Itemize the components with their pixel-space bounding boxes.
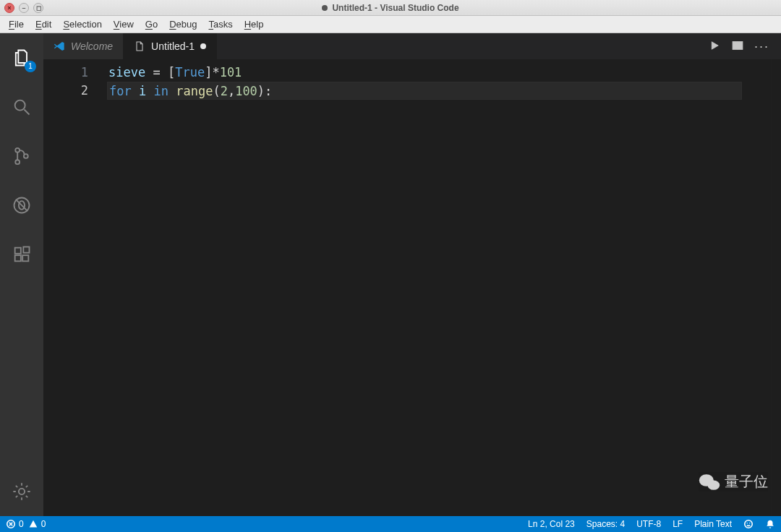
svg-point-0 (15, 100, 25, 111)
activity-bar: 1 (0, 33, 43, 516)
activity-explorer[interactable]: 1 (0, 40, 43, 75)
status-bar: 0 0 Ln 2, Col 23 Spaces: 4 UTF-8 LF Plai… (0, 516, 781, 532)
extensions-icon (12, 244, 32, 265)
status-encoding[interactable]: UTF-8 (636, 519, 661, 529)
vscode-icon (54, 40, 65, 52)
explorer-badge: 1 (25, 61, 36, 72)
svg-rect-7 (15, 255, 21, 261)
svg-rect-6 (15, 248, 21, 254)
line-number-gutter: 1 2 (43, 59, 107, 516)
split-editor-button[interactable] (731, 39, 744, 54)
window-maximize-button[interactable]: ◻ (33, 3, 43, 13)
svg-point-13 (708, 480, 720, 489)
code-line[interactable]: for i in range(2,100): (107, 82, 742, 100)
menu-edit[interactable]: Edit (30, 17, 57, 31)
minimap[interactable] (742, 59, 771, 516)
os-titlebar: × – ◻ Untitled-1 - Visual Studio Code (0, 0, 781, 16)
menu-selection[interactable]: Selection (57, 17, 107, 31)
status-warnings[interactable]: 0 (28, 519, 46, 529)
tab-dirty-icon (200, 43, 206, 49)
svg-point-1 (15, 148, 20, 153)
status-errors[interactable]: 0 (6, 519, 24, 529)
menu-view[interactable]: View (108, 17, 140, 31)
smiley-icon (743, 519, 754, 529)
scrollbar[interactable] (771, 59, 781, 516)
error-icon (6, 519, 16, 529)
code-area[interactable]: sieve = [True]*101 for i in range(2,100)… (107, 59, 742, 516)
run-button[interactable] (708, 39, 721, 54)
window-close-button[interactable]: × (4, 3, 14, 13)
editor-group: Welcome Untitled-1 ··· (43, 33, 781, 516)
window-title: Untitled-1 - Visual Studio Code (332, 3, 458, 13)
svg-point-2 (15, 160, 20, 164)
status-cursor[interactable]: Ln 2, Col 23 (528, 519, 575, 529)
activity-extensions[interactable] (0, 237, 43, 272)
menubar: File Edit Selection View Go Debug Tasks … (0, 16, 781, 33)
bug-icon (12, 195, 32, 215)
activity-debug[interactable] (0, 188, 43, 223)
svg-point-15 (745, 520, 753, 528)
file-icon (134, 40, 145, 52)
more-actions-button[interactable]: ··· (754, 39, 769, 54)
activity-scm[interactable] (0, 139, 43, 173)
svg-rect-8 (22, 255, 28, 261)
watermark: 量子位 (699, 472, 768, 492)
dirty-indicator-icon (322, 5, 328, 11)
svg-point-17 (749, 523, 750, 523)
svg-point-3 (24, 154, 28, 158)
menu-file[interactable]: File (3, 17, 30, 31)
svg-point-10 (19, 489, 25, 494)
gear-icon (12, 481, 32, 502)
svg-point-16 (747, 523, 748, 523)
play-icon (708, 39, 721, 52)
workbench: 1 (0, 33, 781, 516)
status-feedback[interactable] (743, 519, 754, 529)
line-number: 1 (43, 64, 107, 82)
status-notifications[interactable] (765, 519, 775, 529)
warning-icon (28, 519, 38, 529)
menu-debug[interactable]: Debug (163, 17, 202, 31)
menu-go[interactable]: Go (140, 17, 163, 31)
activity-search[interactable] (0, 90, 43, 124)
editor[interactable]: 1 2 sieve = [True]*101 for i in range(2,… (43, 59, 781, 516)
bell-icon (765, 519, 775, 529)
line-number: 2 (43, 82, 107, 100)
source-control-icon (12, 146, 32, 166)
error-count: 0 (19, 519, 24, 529)
search-icon (12, 97, 32, 117)
menu-help[interactable]: Help (239, 17, 270, 31)
tab-untitled-1[interactable]: Untitled-1 (124, 33, 217, 59)
tab-label: Untitled-1 (151, 40, 195, 52)
status-eol[interactable]: LF (673, 519, 683, 529)
watermark-text: 量子位 (725, 472, 768, 492)
menu-tasks[interactable]: Tasks (202, 17, 238, 31)
status-indent[interactable]: Spaces: 4 (586, 519, 625, 529)
warning-count: 0 (41, 519, 46, 529)
split-icon (731, 39, 744, 52)
window-minimize-button[interactable]: – (19, 3, 29, 13)
tab-label: Welcome (71, 40, 113, 52)
status-language[interactable]: Plain Text (694, 519, 732, 529)
tabs: Welcome Untitled-1 ··· (43, 33, 781, 59)
activity-settings[interactable] (0, 474, 43, 509)
tab-welcome[interactable]: Welcome (43, 33, 124, 59)
svg-rect-9 (23, 247, 29, 253)
wechat-icon (699, 473, 720, 492)
code-line[interactable]: sieve = [True]*101 (107, 64, 742, 82)
